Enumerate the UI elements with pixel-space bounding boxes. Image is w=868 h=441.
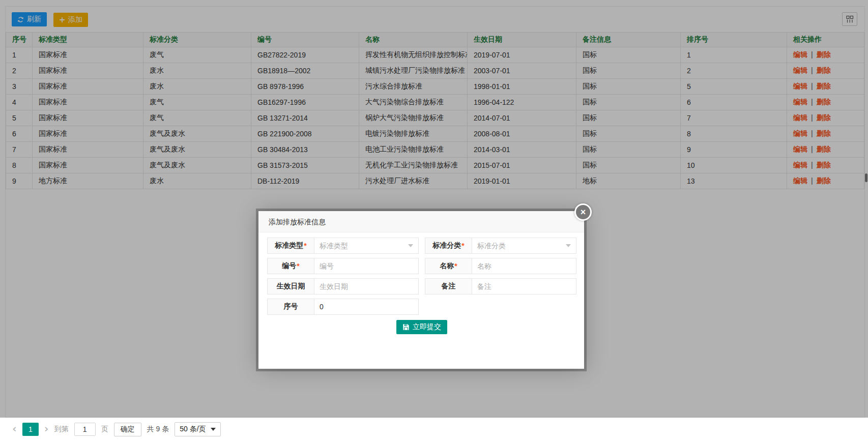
field-remark: 备注 [425,278,576,295]
field-standard-type: 标准类型* [267,238,419,254]
required-asterisk: * [461,242,464,250]
field-sequence: 序号 [267,299,419,315]
name-input[interactable] [477,262,571,270]
total-count-label: 共 9 条 [147,425,169,434]
add-standard-modal: × 添加排放标准信息 标准类型* 标准分类* [258,211,584,369]
select-arrow-icon [408,244,413,247]
effective-date-label: 生效日期 [277,282,305,291]
standard-type-select[interactable] [320,242,413,250]
chevron-down-icon [211,428,216,431]
code-input[interactable] [320,262,413,270]
submit-button[interactable]: 立即提交 [396,320,447,334]
close-icon: × [581,208,586,217]
name-label: 名称 [440,261,454,271]
page-size-select[interactable]: 50 条/页 [175,422,220,436]
select-arrow-icon [566,244,571,247]
goto-prefix-label: 到第 [54,425,69,434]
modal-close-button[interactable]: × [574,203,592,221]
code-label: 编号 [282,261,296,271]
standard-category-label: 标准分类 [432,241,461,250]
page-size-label: 50 条/页 [180,425,206,434]
required-asterisk: * [297,262,299,270]
field-effective-date: 生效日期 [267,278,419,295]
current-page-button[interactable]: 1 [22,423,39,436]
field-name: 名称* [425,258,576,274]
required-asterisk: * [304,242,306,250]
goto-page-input[interactable] [74,423,96,436]
sequence-input[interactable] [320,303,413,311]
field-standard-category: 标准分类* [425,238,576,254]
next-page-icon[interactable]: › [44,423,49,434]
prev-page-icon[interactable]: ‹ [12,423,17,434]
field-code: 编号* [267,258,419,274]
modal-title: 添加排放标准信息 [258,211,584,232]
submit-button-label: 立即提交 [413,322,441,332]
required-asterisk: * [454,262,457,270]
pagination-bar: ‹ 1 › 到第 页 确定 共 9 条 50 条/页 [0,418,868,441]
sequence-label: 序号 [284,302,298,311]
goto-suffix-label: 页 [101,425,108,434]
save-icon [402,324,410,331]
remark-input[interactable] [477,282,571,290]
add-standard-form: 标准类型* 标准分类* 编号* [258,232,584,334]
standard-type-label: 标准类型 [275,241,303,250]
effective-date-input[interactable] [320,282,413,290]
goto-confirm-button[interactable]: 确定 [114,423,141,436]
scrollbar-thumb[interactable] [865,173,867,182]
remark-label: 备注 [442,282,456,291]
standard-category-select[interactable] [477,242,571,250]
